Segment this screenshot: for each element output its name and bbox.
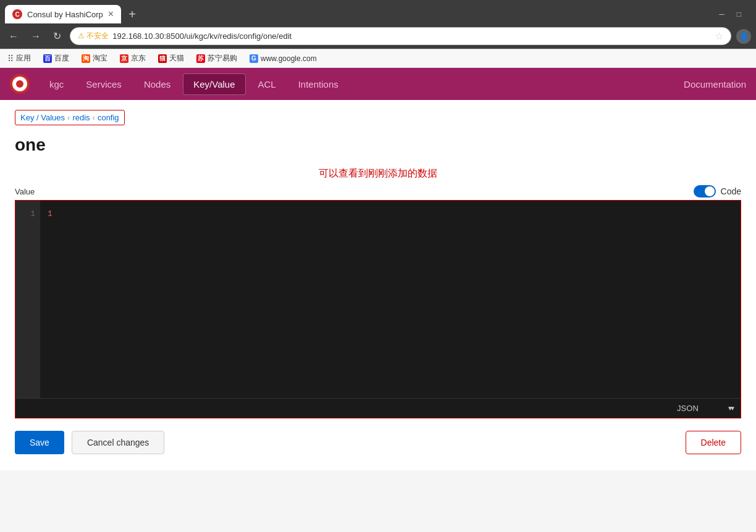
apps-icon: ⠿ <box>7 54 14 64</box>
annotation-text: 可以查看到刚刚添加的数据 <box>319 168 437 178</box>
code-content[interactable]: 1 <box>40 201 741 398</box>
address-bar: ← → ↻ ⚠ 不安全 192.168.10.30:8500/ui/kgc/kv… <box>0 23 756 49</box>
tab-close-button[interactable]: × <box>108 9 114 19</box>
bookmark-apps-label: 应用 <box>16 53 31 64</box>
annotation-container: 可以查看到刚刚添加的数据 <box>15 167 741 180</box>
breadcrumb-sep-1: ‹ <box>67 113 70 122</box>
nav-item-keyvalue[interactable]: Key/Value <box>183 73 245 95</box>
bookmark-taobao[interactable]: 淘 淘宝 <box>79 52 110 65</box>
nav-item-nodes[interactable]: Nodes <box>134 74 180 94</box>
save-button[interactable]: Save <box>15 431 64 454</box>
breadcrumb-keyvalues[interactable]: Key / Values <box>20 113 65 122</box>
consul-navbar: kgc Services Nodes Key/Value ACL Intenti… <box>0 68 756 100</box>
tab-title: Consul by HashiCorp <box>27 10 103 19</box>
new-tab-button[interactable]: + <box>124 7 141 22</box>
baidu-icon: 百 <box>43 54 52 63</box>
cancel-button[interactable]: Cancel changes <box>72 431 164 454</box>
bookmarks-bar: ⠿ 应用 百 百度 淘 淘宝 京 京东 猫 天猫 苏 苏宁易购 G www.go… <box>0 49 756 68</box>
bookmark-google-label: www.google.com <box>261 54 317 63</box>
delete-button[interactable]: Delete <box>686 431 741 454</box>
window-controls: ─ □ <box>714 9 751 20</box>
minimize-button[interactable]: ─ <box>714 9 729 20</box>
left-action-buttons: Save Cancel changes <box>15 431 164 454</box>
nav-items: kgc Services Nodes Key/Value ACL Intenti… <box>40 73 684 95</box>
browser-chrome: C Consul by HashiCorp × + ─ □ ← → ↻ ⚠ 不安… <box>0 0 756 68</box>
profile-button[interactable]: 👤 <box>736 29 751 44</box>
editor-footer: JSON YAML HCL Plain Text ▼ <box>15 398 741 418</box>
bookmark-tianmao[interactable]: 猫 天猫 <box>156 52 187 65</box>
nav-item-services[interactable]: Services <box>76 74 132 94</box>
editor-section: 可以查看到刚刚添加的数据 Value Code 1 1 <box>15 167 741 418</box>
bookmark-google[interactable]: G www.google.com <box>247 53 319 64</box>
select-chevron-icon: ▼ <box>729 405 736 412</box>
nav-brand[interactable]: kgc <box>40 74 74 94</box>
consul-logo-inner <box>12 77 27 91</box>
consul-logo-dot <box>16 80 23 88</box>
editor-header: Value Code <box>15 185 741 197</box>
page-title: one <box>15 135 741 155</box>
maximize-button[interactable]: □ <box>732 9 746 20</box>
breadcrumb-config[interactable]: config <box>98 113 119 122</box>
format-select-wrapper: JSON YAML HCL Plain Text ▼ <box>672 401 736 415</box>
code-toggle-switch[interactable] <box>694 185 716 197</box>
tab-favicon: C <box>12 9 22 19</box>
forward-button[interactable]: → <box>27 28 44 44</box>
security-indicator: ⚠ 不安全 <box>78 31 109 41</box>
main-content: Key / Values ‹ redis ‹ config one 可以查看到刚… <box>0 100 756 470</box>
bookmark-taobao-label: 淘宝 <box>93 53 107 64</box>
taobao-icon: 淘 <box>82 54 90 63</box>
bookmark-suning[interactable]: 苏 苏宁易购 <box>194 52 240 65</box>
line-number-1: 1 <box>20 208 35 220</box>
active-tab[interactable]: C Consul by HashiCorp × <box>5 5 121 23</box>
bookmark-jd-label: 京东 <box>131 53 146 64</box>
code-toggle-label: Code <box>721 186 741 196</box>
consul-logo <box>10 74 30 94</box>
breadcrumb: Key / Values ‹ redis ‹ config <box>15 110 125 125</box>
value-label: Value <box>15 187 35 196</box>
url-text: 192.168.10.30:8500/ui/kgc/kv/redis/confi… <box>112 31 711 41</box>
suning-icon: 苏 <box>196 54 205 63</box>
code-value: 1 <box>48 209 52 218</box>
bookmark-suning-label: 苏宁易购 <box>208 53 237 64</box>
jd-icon: 京 <box>120 54 128 63</box>
url-bar[interactable]: ⚠ 不安全 192.168.10.30:8500/ui/kgc/kv/redis… <box>70 27 731 45</box>
google-icon: G <box>250 54 258 63</box>
bookmark-tianmao-label: 天猫 <box>169 53 184 64</box>
bookmark-apps[interactable]: ⠿ 应用 <box>5 52 33 65</box>
action-buttons: Save Cancel changes Delete <box>15 431 741 454</box>
line-numbers: 1 <box>15 201 40 398</box>
refresh-button[interactable]: ↻ <box>49 28 65 44</box>
documentation-link[interactable]: Documentation <box>684 79 746 89</box>
nav-item-intentions[interactable]: Intentions <box>288 74 348 94</box>
tab-bar: C Consul by HashiCorp × + ─ □ <box>0 0 756 23</box>
breadcrumb-sep-2: ‹ <box>93 113 95 122</box>
bookmark-baidu-label: 百度 <box>54 53 69 64</box>
bookmark-baidu[interactable]: 百 百度 <box>41 52 72 65</box>
breadcrumb-redis[interactable]: redis <box>72 113 90 122</box>
code-editor-container: 1 1 JSON YAML HCL Plain Text ▼ <box>15 200 741 418</box>
format-select[interactable]: JSON YAML HCL Plain Text <box>672 401 727 415</box>
nav-item-acl[interactable]: ACL <box>248 74 286 94</box>
back-button[interactable]: ← <box>5 28 22 44</box>
tianmao-icon: 猫 <box>158 54 167 63</box>
bookmark-jd[interactable]: 京 京东 <box>117 52 148 65</box>
code-editor[interactable]: 1 1 <box>15 201 741 398</box>
bookmark-star[interactable]: ☆ <box>715 30 723 42</box>
code-toggle: Code <box>694 185 741 197</box>
